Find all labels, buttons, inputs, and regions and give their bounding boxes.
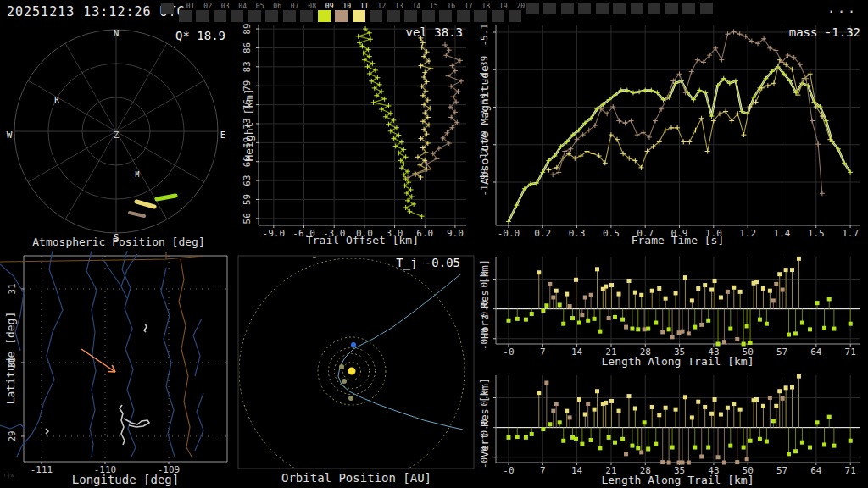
- frame-slot-05[interactable]: 05: [248, 3, 264, 23]
- svg-text:E: E: [220, 130, 226, 141]
- frame-slot-08[interactable]: 08: [300, 3, 316, 23]
- frame-slot-02[interactable]: 02: [196, 3, 212, 23]
- map-ylabel: Latitude [deg]: [4, 274, 17, 443]
- mag-ylabel: Absolute Magnitude: [478, 41, 491, 210]
- frame-slot[interactable]: [543, 3, 559, 23]
- frame-slot[interactable]: [561, 3, 577, 23]
- frame-slot-06[interactable]: 06: [265, 3, 281, 23]
- svg-text:N: N: [114, 28, 120, 39]
- frame-slot-18[interactable]: 18: [474, 3, 490, 23]
- ground-map-panel: -111-110-109313029 Longitude [deg] Latit…: [0, 251, 237, 488]
- trail-offset-panel: -9.0-6.0-3.00.03.06.09.05659636669737679…: [237, 24, 475, 251]
- frame-slot[interactable]: [648, 3, 664, 23]
- more-frames-ellipsis[interactable]: ...: [827, 1, 858, 16]
- frame-slot[interactable]: [161, 3, 177, 23]
- velocity-title: vel 38.3: [406, 25, 463, 39]
- orbit-xlabel: Orbital Position [AU]: [237, 471, 476, 485]
- frame-slot-15[interactable]: 15: [422, 3, 438, 23]
- trail-ylabel: Height [km]: [242, 41, 255, 210]
- vert-res-plot: -071421283543505764710.90.0-0.9: [475, 369, 868, 488]
- frame-slot-20[interactable]: 20: [509, 3, 525, 23]
- vert-res-panel: -071421283543505764710.90.0-0.9 Length A…: [475, 369, 868, 488]
- frame-slot-10[interactable]: 10: [335, 3, 351, 23]
- frame-slot-03[interactable]: 03: [214, 3, 230, 23]
- frame-slot-14[interactable]: 14: [404, 3, 420, 23]
- watermark: rjw: [3, 472, 14, 479]
- vert-ylabel: Vert Res [km]: [479, 333, 491, 488]
- vert-xlabel: Length Along Trail [km]: [496, 474, 860, 486]
- horz-res-plot: -071421283543505764710.90.0-0.9: [475, 251, 868, 369]
- atmospheric-position-plot: NESWZRM: [0, 24, 237, 251]
- orbit-panel: T_j -0.05 Orbital Position [AU]: [237, 251, 476, 488]
- svg-text:R: R: [54, 96, 59, 104]
- svg-text:56: 56: [242, 213, 253, 224]
- q-value-title: Q* 18.9: [175, 29, 225, 42]
- trail-offset-plot: -9.0-6.0-3.00.03.06.09.05659636669737679…: [237, 24, 475, 251]
- orbit-plot: [237, 251, 476, 488]
- svg-text:W: W: [7, 130, 13, 141]
- frame-slot[interactable]: [665, 3, 682, 23]
- frame-slot[interactable]: [596, 3, 612, 23]
- atmospheric-position-panel: NESWZRM Q* 18.9 Atmospheric Position [de…: [0, 24, 237, 251]
- map-xlabel: Longitude [deg]: [24, 473, 227, 486]
- magnitude-panel: -0.00.20.30.50.70.91.01.21.41.51.7-5.19-…: [475, 24, 868, 251]
- svg-text:M: M: [136, 171, 140, 179]
- meteor-dashboard: 20251213 13:12:26 UTC 010203040506070809…: [0, 0, 868, 488]
- trail-xlabel: Trail Offset [km]: [259, 234, 466, 247]
- tisserand-title: T_j -0.05: [396, 256, 460, 269]
- svg-text:89: 89: [242, 24, 253, 35]
- frame-slot[interactable]: [700, 3, 716, 23]
- frame-slot-01[interactable]: 01: [179, 3, 195, 23]
- frame-slot-04[interactable]: 04: [231, 3, 247, 23]
- mass-title: mass -1.32: [789, 25, 860, 39]
- magnitude-plot: -0.00.20.30.50.70.91.01.21.41.51.7-5.19-…: [475, 24, 868, 251]
- horz-xlabel: Length Along Trail [km]: [496, 355, 860, 368]
- frame-slot-12[interactable]: 12: [370, 3, 386, 23]
- topbar: 20251213 13:12:26 UTC 010203040506070809…: [0, 0, 868, 24]
- frame-slot-09[interactable]: 09: [318, 3, 334, 23]
- ground-map-plot: -111-110-109313029: [0, 251, 237, 488]
- frame-slot-07[interactable]: 07: [283, 3, 299, 23]
- frame-slot-13[interactable]: 13: [387, 3, 403, 23]
- mag-xlabel: Frame Time [s]: [496, 234, 860, 247]
- horz-res-panel: -071421283543505764710.90.0-0.9 Length A…: [475, 251, 868, 369]
- frame-slot[interactable]: [578, 3, 594, 23]
- frame-slot[interactable]: [613, 3, 629, 23]
- frame-slot-16[interactable]: 16: [439, 3, 455, 23]
- frame-slot-19[interactable]: 19: [492, 3, 508, 23]
- frame-slot[interactable]: [631, 3, 647, 23]
- frame-slot[interactable]: [526, 3, 542, 23]
- svg-text:Z: Z: [114, 130, 120, 141]
- frame-slot-11[interactable]: 11: [353, 3, 369, 23]
- atmos-xlabel: Atmospheric Position [deg]: [0, 236, 237, 248]
- frame-slot-17[interactable]: 17: [457, 3, 473, 23]
- frame-slot[interactable]: [682, 3, 698, 23]
- frame-slot-strip: 0102030405060708091011121314151617181920: [0, 0, 868, 24]
